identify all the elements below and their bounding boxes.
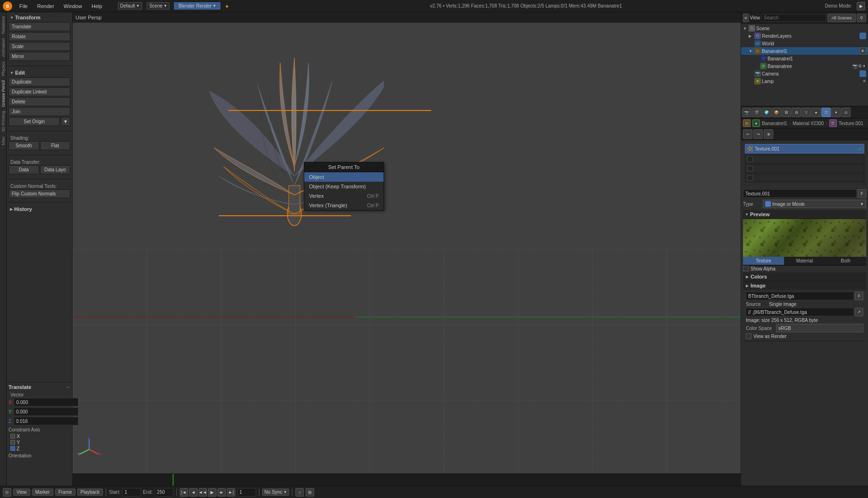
timeline-frame-btn[interactable]: Frame [55,489,75,496]
flip-custom-normals-button[interactable]: Flip Custom Normals [8,189,70,198]
z-input[interactable] [14,417,78,425]
strip-item-misc[interactable]: Misc [0,135,6,147]
y-input[interactable] [14,407,78,416]
join-button[interactable]: Join [8,107,70,116]
texture-slot-4[interactable] [745,174,864,182]
workspace-selector[interactable]: Default ▼ [118,2,142,9]
prev-frame-btn[interactable]: ◄ [189,488,198,497]
end-input[interactable] [155,488,174,497]
flat-button[interactable]: Flat [40,141,71,150]
image-f-button[interactable]: F [855,292,863,300]
menu-file[interactable]: File [17,2,30,10]
context-menu-item-object[interactable]: Object [304,172,384,182]
audio-btn[interactable]: ♪ [295,488,304,497]
duplicate-linked-button[interactable]: Duplicate Linked [8,87,70,96]
image-name-input[interactable] [746,292,854,300]
play-btn[interactable]: ▶ [208,488,217,497]
current-frame-input[interactable] [237,488,256,497]
rotate-button[interactable]: Rotate [8,32,70,41]
data-button[interactable]: Data [8,165,39,174]
prop-icon-data[interactable]: ▽ [801,108,811,117]
engine-selector[interactable]: Blender Render ▼ [174,2,220,9]
strip-item-grease-pencil[interactable]: Grease Pencil [0,78,6,109]
timeline-view-btn[interactable]: View [13,489,30,496]
camera-sync[interactable] [860,70,866,77]
view-as-render-checkbox[interactable] [746,333,751,339]
preview-tab-both[interactable]: Both [825,257,866,265]
x-input[interactable] [14,398,78,406]
texture-f-button[interactable]: F [858,189,866,198]
outliner-item-lamp[interactable]: ☀ Lamp ☀ [741,77,868,85]
delete-button[interactable]: Delete [8,97,70,106]
scale-button[interactable]: Scale [8,42,70,51]
texture-name-input[interactable] [743,189,857,198]
prop-icon-material[interactable]: ● [811,108,821,117]
duplicate-button[interactable]: Duplicate [8,77,70,86]
prop-icon-constraints[interactable]: ⛓ [782,108,791,117]
prop-icon-texture[interactable]: ☷ [821,108,831,117]
texture-slot-3[interactable] [745,164,864,173]
smooth-button[interactable]: Smooth [8,141,39,150]
context-menu-item-vertex[interactable]: Vertex Ctrl P [304,191,384,201]
y-axis-checkbox[interactable] [10,440,15,445]
timeline-marker-btn[interactable]: Marker [32,489,53,496]
strip-item-relations[interactable]: Relations [0,14,6,36]
next-keyframe-btn[interactable]: ►| [227,488,235,497]
type-dropdown[interactable]: Image or Movie ▼ [763,200,866,208]
scene-selector[interactable]: Scene ▼ [147,2,169,9]
prop-texture-icon[interactable]: ☷ [829,119,837,127]
outliner-item-renderlayers[interactable]: ▶ R RenderLayers [741,32,868,40]
playhead[interactable] [173,474,174,486]
prop-material-icon[interactable]: ● [752,119,760,127]
prop-sub-icon-1[interactable]: ↩ [743,129,752,139]
set-origin-button[interactable]: Set Origin [8,117,60,126]
menu-render[interactable]: Render [35,2,57,10]
start-input[interactable] [122,488,141,497]
bananatrel1-restrict-1[interactable]: 👁 [860,48,866,54]
outliner-item-world[interactable]: W World [741,40,868,47]
strip-item-3d-printing[interactable]: 3D Printing [0,109,6,134]
sync-dropdown[interactable]: No Sync ▼ [262,489,290,496]
outliner-item-scene[interactable]: ▼ S Scene [741,25,868,32]
menu-help[interactable]: Help [89,2,105,10]
prop-icon-render[interactable]: 📷 [742,108,751,117]
outliner-scenes-btn[interactable]: All Scenes [827,14,856,22]
texture-slot-2[interactable] [745,155,864,163]
z-axis-checkbox[interactable] [10,446,15,451]
prop-icon-object[interactable]: 📦 [772,108,781,117]
prop-sub-icon-3[interactable]: ⊕ [764,129,773,139]
translate-button[interactable]: Translate [8,22,70,31]
show-alpha-checkbox[interactable] [743,266,749,271]
x-axis-checkbox[interactable] [10,434,15,439]
menu-window[interactable]: Window [61,2,84,10]
prop-view-layer-icon[interactable]: O [743,119,751,127]
file-path-input[interactable] [746,308,854,316]
play-reverse-btn[interactable]: ◄◄ [199,488,207,497]
strip-item-animation[interactable]: Animation [0,36,6,59]
outliner-search[interactable] [761,14,826,22]
options-btn[interactable]: ⊞ [306,488,314,497]
prop-icon-world[interactable]: 🌍 [762,108,771,117]
outliner-view-btn[interactable]: ≡ [743,14,749,22]
context-menu-item-vertex-triangle[interactable]: Vertex (Triangle) Ctrl P [304,201,384,210]
file-path-btn[interactable]: ↗ [855,308,863,316]
edit-header[interactable]: ▼ Edit [8,69,70,76]
mirror-button[interactable]: Mirror [8,52,70,61]
history-header[interactable]: ▶ History [8,205,70,213]
image-header[interactable]: ▶ Image [743,281,866,290]
outliner-item-bananatrel1[interactable]: ▼ O Bananatrel1 👁 [741,47,868,55]
preview-tab-texture[interactable]: Texture [743,257,784,265]
colors-header[interactable]: ▶ Colors [743,272,866,281]
data-layo-button[interactable]: Data Layo [40,165,71,174]
prop-sub-icon-2[interactable]: ↪ [753,129,763,139]
outliner-filter-btn[interactable]: ⚲ [857,14,866,22]
renderlayers-sync[interactable] [860,33,866,39]
preview-header[interactable]: ▼ Preview [743,210,866,219]
color-space-dropdown[interactable]: sRGB [776,324,863,332]
play-button[interactable]: ▶ [857,2,865,10]
viewport-canvas[interactable]: X Y Z Set Parent To Object Object (Keep … [73,23,741,475]
prop-icon-physics[interactable]: ⊙ [841,108,851,117]
next-frame-btn[interactable]: ► [217,488,226,497]
timeline-playback-btn[interactable]: Playback [77,489,103,496]
prop-icon-scene[interactable]: 🎬 [752,108,761,117]
